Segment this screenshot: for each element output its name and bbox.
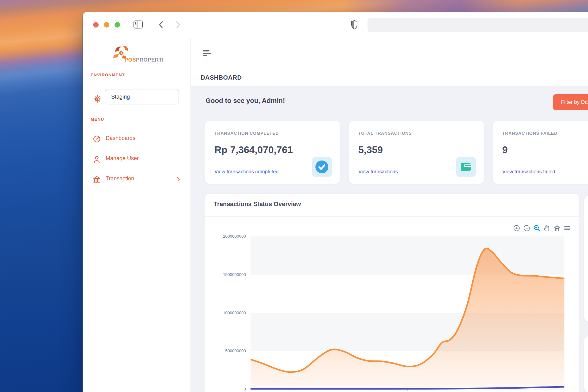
- sidebar-item-dashboards[interactable]: Dashboards: [83, 131, 191, 146]
- filter-by-date-button[interactable]: Filter by Date: [553, 94, 588, 110]
- stat-value: Rp 7,364,070,761: [214, 144, 293, 156]
- forward-button[interactable]: [174, 20, 182, 30]
- brand-name-pos: POS: [125, 57, 136, 63]
- chevron-right-icon: [176, 176, 181, 182]
- stat-label: TOTAL TRANSACTIONS: [358, 131, 412, 136]
- stat-value: 9: [502, 144, 508, 156]
- minimize-button[interactable]: [104, 22, 109, 28]
- stat-value: 5,359: [358, 144, 383, 156]
- close-button[interactable]: [93, 22, 99, 28]
- check-circle-icon: [315, 160, 329, 174]
- browser-window: POSPROPERTI ENVIRONMENT Staging MENU: [83, 12, 588, 392]
- adjacent-card-partial: [584, 196, 588, 322]
- greeting-text: Good to see you, Admin!: [205, 97, 285, 105]
- chart-title: Transactions Status Overview: [214, 201, 301, 208]
- adjacent-card-partial: [584, 336, 588, 392]
- pan-hand-icon[interactable]: [543, 224, 551, 232]
- app-topbar: [191, 38, 588, 69]
- stat-label: TRANSACTIONS FAILED: [502, 131, 557, 136]
- desktop-wallpaper: POSPROPERTI ENVIRONMENT Staging MENU: [0, 0, 588, 392]
- user-icon: [93, 155, 101, 163]
- chart-toolbar: [513, 224, 571, 232]
- sidebar-item-label: Manage User: [106, 155, 139, 162]
- sidebar-item-label: Dashboards: [106, 135, 135, 141]
- zoom-out-icon[interactable]: [523, 224, 530, 232]
- sidebar-item-transaction[interactable]: Transaction: [83, 172, 191, 187]
- view-transactions-failed-link[interactable]: View transactions failed: [502, 169, 555, 175]
- environment-select[interactable]: Staging: [105, 89, 179, 104]
- view-transactions-link[interactable]: View transactions: [358, 169, 398, 175]
- wallet-icon: [460, 162, 471, 172]
- app-root: POSPROPERTI ENVIRONMENT Staging MENU: [83, 38, 588, 392]
- sidebar-item-manage-user[interactable]: Manage User: [83, 152, 191, 166]
- stat-card-total-transactions: TOTAL TRANSACTIONS 5,359 View transactio…: [349, 121, 484, 184]
- chart-card: Transactions Status Overview: [205, 194, 579, 392]
- gauge-icon: [93, 135, 101, 143]
- menu-section-label: MENU: [91, 117, 104, 122]
- y-axis-label: 500000000: [205, 349, 246, 353]
- address-bar[interactable]: [368, 18, 588, 32]
- stat-label: TRANSACTION COMPLETED: [214, 131, 279, 136]
- dashboard-content: Good to see you, Admin! Filter by Date T…: [191, 86, 588, 392]
- wallpaper-accent: [322, 0, 588, 13]
- shield-icon[interactable]: [350, 19, 359, 30]
- divider: [205, 216, 579, 217]
- page-title: DASHBOARD: [201, 74, 242, 81]
- view-transactions-completed-link[interactable]: View transactions completed: [214, 169, 279, 175]
- sidebar-toggle-icon[interactable]: [133, 20, 144, 29]
- y-axis-label: 2000000000: [205, 234, 246, 239]
- sidebar-item-label: Transaction: [106, 175, 134, 182]
- y-axis-label: 1000000000: [205, 311, 246, 315]
- environment-section-label: ENVIRONMENT: [91, 73, 125, 77]
- zoom-in-icon[interactable]: [513, 224, 520, 232]
- reset-home-icon[interactable]: [553, 224, 561, 232]
- menu-toggle-icon[interactable]: [203, 50, 212, 57]
- selection-zoom-icon[interactable]: [533, 224, 541, 232]
- fullscreen-button[interactable]: [115, 22, 120, 28]
- chart-menu-icon[interactable]: [564, 224, 571, 232]
- stat-card-transactions-failed: TRANSACTIONS FAILED 9 View transactions …: [493, 121, 588, 184]
- area-chart-plot: [251, 236, 564, 392]
- brand-name: POSPROPERTI: [125, 57, 164, 63]
- gear-icon: [93, 95, 102, 103]
- y-axis-label: 0: [205, 387, 246, 391]
- browser-toolbar: [83, 12, 588, 38]
- y-axis-label: 1500000000: [205, 272, 246, 277]
- back-button[interactable]: [157, 20, 165, 30]
- sidebar: POSPROPERTI ENVIRONMENT Staging MENU: [83, 38, 191, 392]
- stat-icon-container: [312, 157, 332, 177]
- page-title-bar: DASHBOARD: [191, 69, 588, 86]
- bank-icon: [93, 175, 101, 183]
- brand-name-properti: PROPERTI: [136, 57, 164, 63]
- main-area: DASHBOARD Good to see you, Admin! Filter…: [191, 38, 588, 392]
- stat-icon-container: [456, 157, 476, 177]
- stat-card-transaction-completed: TRANSACTION COMPLETED Rp 7,364,070,761 V…: [205, 121, 340, 184]
